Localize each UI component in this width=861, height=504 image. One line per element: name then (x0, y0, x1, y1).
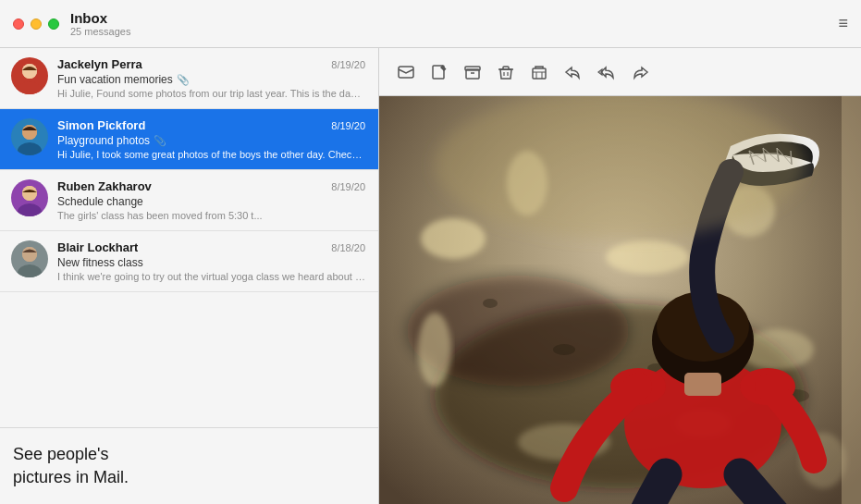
svg-point-22 (606, 240, 689, 274)
date-blair: 8/18/20 (331, 242, 365, 253)
inbox-title: Inbox (70, 10, 838, 26)
date-jackelyn: 8/19/20 (331, 59, 365, 70)
svg-point-24 (418, 313, 451, 387)
svg-point-40 (435, 96, 805, 239)
forward-icon[interactable] (633, 64, 649, 80)
archive-icon[interactable] (464, 64, 481, 80)
svg-rect-39 (684, 373, 721, 396)
main-area: Jackelyn Perra 8/19/20 Fun vacation memo… (0, 48, 861, 504)
email-content-simon: Simon Pickford 8/19/20 Playground photos… (57, 118, 365, 160)
svg-rect-15 (465, 67, 480, 70)
email-content-jackelyn: Jackelyn Perra 8/19/20 Fun vacation memo… (57, 57, 365, 99)
sender-jackelyn: Jackelyn Perra (57, 57, 142, 71)
filter-icon[interactable]: ≡ (838, 14, 848, 33)
bottom-note-text: See people's pictures in Mail. (13, 443, 365, 489)
svg-point-1 (18, 81, 42, 94)
avatar-simon (11, 118, 48, 155)
svg-point-30 (553, 344, 575, 355)
skate-photo (379, 96, 861, 504)
preview-blair: I think we're going to try out the virtu… (57, 271, 365, 282)
email-item-simon[interactable]: Simon Pickford 8/19/20 Playground photos… (0, 109, 378, 170)
inbox-header: Inbox 25 messages (70, 10, 838, 37)
junk-icon[interactable] (531, 64, 547, 80)
avatar-blair (11, 240, 48, 277)
subject-ruben: Schedule change (57, 195, 143, 208)
attachment-jackelyn: 📎 (177, 74, 190, 86)
right-panel (379, 48, 861, 504)
subject-simon: Playground photos (57, 134, 150, 147)
svg-point-7 (18, 203, 42, 216)
date-ruben: 8/19/20 (331, 181, 365, 192)
mail-photo (379, 96, 861, 504)
reply-icon[interactable] (564, 64, 581, 80)
svg-point-4 (18, 142, 42, 155)
title-bar: Inbox 25 messages ≡ (0, 0, 861, 48)
minimize-button[interactable] (31, 18, 42, 30)
attachment-simon: 📎 (154, 135, 166, 147)
email-content-ruben: Ruben Zakharov 8/19/20 Schedule change T… (57, 179, 365, 221)
email-item-jackelyn[interactable]: Jackelyn Perra 8/19/20 Fun vacation memo… (0, 48, 378, 109)
svg-point-10 (18, 264, 42, 277)
traffic-lights (13, 18, 59, 30)
compose-icon[interactable] (398, 64, 414, 80)
email-item-ruben[interactable]: Ruben Zakharov 8/19/20 Schedule change T… (0, 170, 378, 231)
email-toolbar (379, 48, 861, 96)
preview-ruben: The girls' class has been moved from 5:3… (57, 210, 365, 221)
edit-icon[interactable] (431, 64, 448, 80)
svg-rect-16 (533, 68, 546, 79)
preview-jackelyn: Hi Julie, Found some photos from our tri… (57, 88, 365, 99)
avatar-jackelyn (11, 57, 48, 94)
email-item-blair[interactable]: Blair Lockhart 8/18/20 New fitness class… (0, 231, 378, 292)
svg-rect-12 (399, 67, 413, 78)
close-button[interactable] (13, 18, 24, 30)
svg-point-29 (483, 299, 498, 308)
trash-icon[interactable] (498, 64, 514, 80)
email-content-blair: Blair Lockhart 8/18/20 New fitness class… (57, 240, 365, 282)
svg-rect-41 (842, 96, 861, 504)
inbox-subtitle: 25 messages (70, 26, 838, 37)
reply-all-icon[interactable] (597, 64, 616, 80)
sender-simon: Simon Pickford (57, 118, 145, 132)
svg-point-20 (421, 218, 486, 259)
svg-point-8 (22, 186, 37, 201)
sender-blair: Blair Lockhart (57, 240, 138, 254)
svg-point-11 (22, 247, 37, 262)
sender-ruben: Ruben Zakharov (57, 179, 152, 193)
bottom-note: See people's pictures in Mail. (0, 427, 378, 504)
email-list: Jackelyn Perra 8/19/20 Fun vacation memo… (0, 48, 378, 427)
maximize-button[interactable] (48, 18, 59, 30)
date-simon: 8/19/20 (331, 120, 365, 131)
subject-blair: New fitness class (57, 256, 143, 269)
preview-simon: Hi Julie, I took some great photos of th… (57, 149, 365, 160)
avatar-ruben (11, 179, 48, 216)
subject-jackelyn: Fun vacation memories (57, 73, 173, 86)
left-panel: Jackelyn Perra 8/19/20 Fun vacation memo… (0, 48, 379, 504)
svg-point-2 (22, 64, 37, 79)
